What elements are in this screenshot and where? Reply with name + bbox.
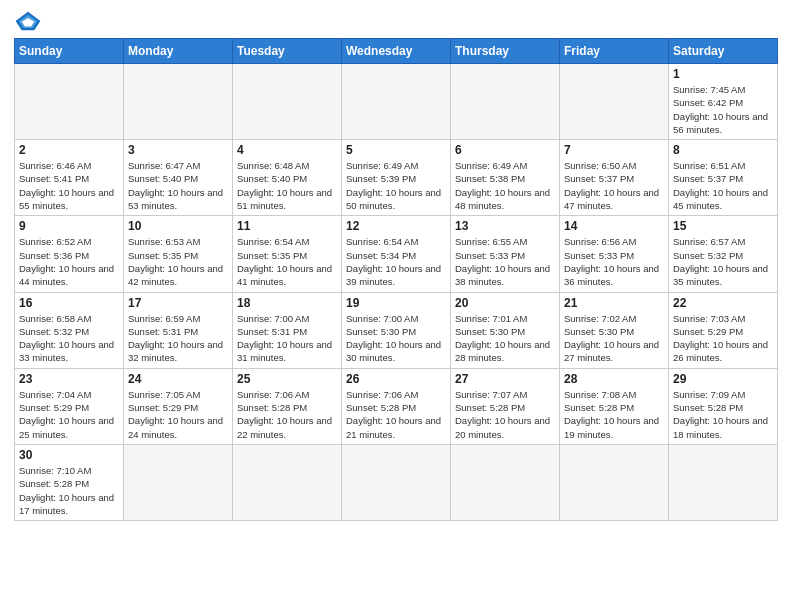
day-info: Sunrise: 6:56 AM Sunset: 5:33 PM Dayligh… <box>564 235 664 288</box>
calendar-cell: 27Sunrise: 7:07 AM Sunset: 5:28 PM Dayli… <box>451 368 560 444</box>
day-number: 27 <box>455 372 555 386</box>
calendar-cell: 18Sunrise: 7:00 AM Sunset: 5:31 PM Dayli… <box>233 292 342 368</box>
calendar: SundayMondayTuesdayWednesdayThursdayFrid… <box>14 38 778 521</box>
calendar-cell <box>342 64 451 140</box>
day-info: Sunrise: 7:00 AM Sunset: 5:30 PM Dayligh… <box>346 312 446 365</box>
day-info: Sunrise: 6:55 AM Sunset: 5:33 PM Dayligh… <box>455 235 555 288</box>
day-info: Sunrise: 6:48 AM Sunset: 5:40 PM Dayligh… <box>237 159 337 212</box>
logo-icon <box>14 10 42 32</box>
day-info: Sunrise: 7:45 AM Sunset: 6:42 PM Dayligh… <box>673 83 773 136</box>
calendar-cell: 4Sunrise: 6:48 AM Sunset: 5:40 PM Daylig… <box>233 140 342 216</box>
day-number: 10 <box>128 219 228 233</box>
calendar-cell: 6Sunrise: 6:49 AM Sunset: 5:38 PM Daylig… <box>451 140 560 216</box>
day-info: Sunrise: 7:09 AM Sunset: 5:28 PM Dayligh… <box>673 388 773 441</box>
day-number: 20 <box>455 296 555 310</box>
day-number: 17 <box>128 296 228 310</box>
calendar-cell <box>451 444 560 520</box>
calendar-cell <box>560 64 669 140</box>
day-info: Sunrise: 6:52 AM Sunset: 5:36 PM Dayligh… <box>19 235 119 288</box>
calendar-cell: 9Sunrise: 6:52 AM Sunset: 5:36 PM Daylig… <box>15 216 124 292</box>
day-info: Sunrise: 7:05 AM Sunset: 5:29 PM Dayligh… <box>128 388 228 441</box>
calendar-cell: 29Sunrise: 7:09 AM Sunset: 5:28 PM Dayli… <box>669 368 778 444</box>
day-number: 18 <box>237 296 337 310</box>
calendar-cell: 8Sunrise: 6:51 AM Sunset: 5:37 PM Daylig… <box>669 140 778 216</box>
day-number: 25 <box>237 372 337 386</box>
day-info: Sunrise: 7:01 AM Sunset: 5:30 PM Dayligh… <box>455 312 555 365</box>
day-info: Sunrise: 7:07 AM Sunset: 5:28 PM Dayligh… <box>455 388 555 441</box>
calendar-cell: 23Sunrise: 7:04 AM Sunset: 5:29 PM Dayli… <box>15 368 124 444</box>
calendar-cell: 21Sunrise: 7:02 AM Sunset: 5:30 PM Dayli… <box>560 292 669 368</box>
day-info: Sunrise: 6:49 AM Sunset: 5:38 PM Dayligh… <box>455 159 555 212</box>
calendar-cell: 30Sunrise: 7:10 AM Sunset: 5:28 PM Dayli… <box>15 444 124 520</box>
calendar-cell: 22Sunrise: 7:03 AM Sunset: 5:29 PM Dayli… <box>669 292 778 368</box>
day-info: Sunrise: 6:58 AM Sunset: 5:32 PM Dayligh… <box>19 312 119 365</box>
calendar-cell <box>124 64 233 140</box>
calendar-cell <box>342 444 451 520</box>
week-row-5: 23Sunrise: 7:04 AM Sunset: 5:29 PM Dayli… <box>15 368 778 444</box>
day-number: 7 <box>564 143 664 157</box>
calendar-cell: 7Sunrise: 6:50 AM Sunset: 5:37 PM Daylig… <box>560 140 669 216</box>
calendar-cell <box>560 444 669 520</box>
weekday-header-monday: Monday <box>124 39 233 64</box>
day-info: Sunrise: 6:51 AM Sunset: 5:37 PM Dayligh… <box>673 159 773 212</box>
day-number: 8 <box>673 143 773 157</box>
day-info: Sunrise: 6:59 AM Sunset: 5:31 PM Dayligh… <box>128 312 228 365</box>
week-row-4: 16Sunrise: 6:58 AM Sunset: 5:32 PM Dayli… <box>15 292 778 368</box>
calendar-cell: 1Sunrise: 7:45 AM Sunset: 6:42 PM Daylig… <box>669 64 778 140</box>
day-number: 14 <box>564 219 664 233</box>
day-info: Sunrise: 7:06 AM Sunset: 5:28 PM Dayligh… <box>346 388 446 441</box>
calendar-cell: 3Sunrise: 6:47 AM Sunset: 5:40 PM Daylig… <box>124 140 233 216</box>
header <box>14 10 778 32</box>
day-info: Sunrise: 7:06 AM Sunset: 5:28 PM Dayligh… <box>237 388 337 441</box>
day-info: Sunrise: 6:54 AM Sunset: 5:35 PM Dayligh… <box>237 235 337 288</box>
day-info: Sunrise: 6:46 AM Sunset: 5:41 PM Dayligh… <box>19 159 119 212</box>
calendar-cell: 10Sunrise: 6:53 AM Sunset: 5:35 PM Dayli… <box>124 216 233 292</box>
day-number: 15 <box>673 219 773 233</box>
day-number: 9 <box>19 219 119 233</box>
weekday-header-tuesday: Tuesday <box>233 39 342 64</box>
day-info: Sunrise: 6:50 AM Sunset: 5:37 PM Dayligh… <box>564 159 664 212</box>
day-info: Sunrise: 6:49 AM Sunset: 5:39 PM Dayligh… <box>346 159 446 212</box>
day-number: 28 <box>564 372 664 386</box>
calendar-cell: 17Sunrise: 6:59 AM Sunset: 5:31 PM Dayli… <box>124 292 233 368</box>
day-info: Sunrise: 6:54 AM Sunset: 5:34 PM Dayligh… <box>346 235 446 288</box>
week-row-6: 30Sunrise: 7:10 AM Sunset: 5:28 PM Dayli… <box>15 444 778 520</box>
day-number: 29 <box>673 372 773 386</box>
calendar-cell: 26Sunrise: 7:06 AM Sunset: 5:28 PM Dayli… <box>342 368 451 444</box>
calendar-cell <box>233 444 342 520</box>
calendar-cell: 19Sunrise: 7:00 AM Sunset: 5:30 PM Dayli… <box>342 292 451 368</box>
calendar-cell: 11Sunrise: 6:54 AM Sunset: 5:35 PM Dayli… <box>233 216 342 292</box>
calendar-cell: 2Sunrise: 6:46 AM Sunset: 5:41 PM Daylig… <box>15 140 124 216</box>
calendar-cell: 15Sunrise: 6:57 AM Sunset: 5:32 PM Dayli… <box>669 216 778 292</box>
day-info: Sunrise: 7:04 AM Sunset: 5:29 PM Dayligh… <box>19 388 119 441</box>
day-info: Sunrise: 7:02 AM Sunset: 5:30 PM Dayligh… <box>564 312 664 365</box>
calendar-cell: 5Sunrise: 6:49 AM Sunset: 5:39 PM Daylig… <box>342 140 451 216</box>
calendar-cell: 25Sunrise: 7:06 AM Sunset: 5:28 PM Dayli… <box>233 368 342 444</box>
day-number: 30 <box>19 448 119 462</box>
weekday-header-row: SundayMondayTuesdayWednesdayThursdayFrid… <box>15 39 778 64</box>
weekday-header-sunday: Sunday <box>15 39 124 64</box>
day-number: 11 <box>237 219 337 233</box>
calendar-cell: 20Sunrise: 7:01 AM Sunset: 5:30 PM Dayli… <box>451 292 560 368</box>
calendar-cell: 28Sunrise: 7:08 AM Sunset: 5:28 PM Dayli… <box>560 368 669 444</box>
day-number: 22 <box>673 296 773 310</box>
day-info: Sunrise: 7:03 AM Sunset: 5:29 PM Dayligh… <box>673 312 773 365</box>
day-number: 6 <box>455 143 555 157</box>
calendar-cell <box>15 64 124 140</box>
week-row-1: 1Sunrise: 7:45 AM Sunset: 6:42 PM Daylig… <box>15 64 778 140</box>
day-number: 2 <box>19 143 119 157</box>
day-number: 19 <box>346 296 446 310</box>
calendar-cell <box>124 444 233 520</box>
day-info: Sunrise: 7:08 AM Sunset: 5:28 PM Dayligh… <box>564 388 664 441</box>
weekday-header-saturday: Saturday <box>669 39 778 64</box>
calendar-cell <box>451 64 560 140</box>
day-number: 12 <box>346 219 446 233</box>
calendar-cell <box>233 64 342 140</box>
day-info: Sunrise: 6:57 AM Sunset: 5:32 PM Dayligh… <box>673 235 773 288</box>
day-number: 21 <box>564 296 664 310</box>
week-row-3: 9Sunrise: 6:52 AM Sunset: 5:36 PM Daylig… <box>15 216 778 292</box>
day-number: 13 <box>455 219 555 233</box>
day-number: 24 <box>128 372 228 386</box>
calendar-cell <box>669 444 778 520</box>
calendar-cell: 13Sunrise: 6:55 AM Sunset: 5:33 PM Dayli… <box>451 216 560 292</box>
